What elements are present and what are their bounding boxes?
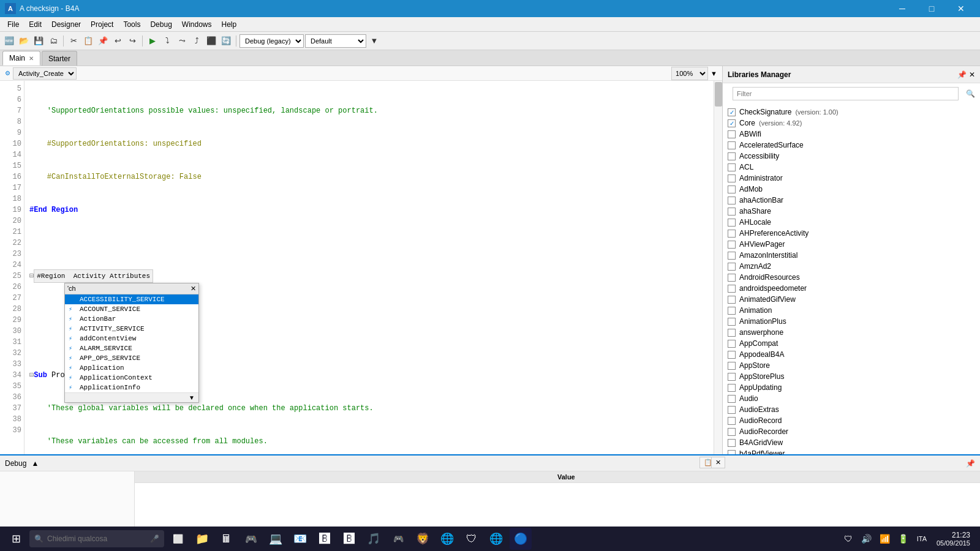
tray-volume[interactable]: 🔊 [858,530,875,547]
lib-checkbox-ahaactionbar[interactable] [728,197,736,204]
lib-item-audiorecord[interactable]: AudioRecord [723,415,980,426]
taskbar-app4[interactable]: 🅱 [314,528,336,550]
menu-debug[interactable]: Debug [145,19,176,30]
lib-item-ahaactionbar[interactable]: ahaActionBar [723,195,980,206]
lib-checkbox-b4agridview[interactable] [728,439,736,447]
lib-item-audiorecorder[interactable]: AudioRecorder [723,426,980,437]
lib-checkbox-b4apdfviewer[interactable] [728,450,736,455]
tray-battery[interactable]: 🔋 [895,530,912,547]
sub-selector[interactable]: Activity_Create [13,67,77,80]
lib-checkbox-core[interactable]: ✓ [728,119,736,127]
taskbar-search-input[interactable] [47,530,150,547]
start-button[interactable]: ⊞ [5,528,27,550]
ac-item-alarm[interactable]: ⚡ ALARM_SERVICE [65,343,198,353]
lib-item-audioextras[interactable]: AudioExtras [723,404,980,415]
ac-item-app-context[interactable]: ⚡ ApplicationContext [65,373,198,383]
debug-pin[interactable]: 📌 [966,459,975,468]
lib-checkbox-appcompat[interactable] [728,340,736,348]
ac-item-application[interactable]: ⚡ Application [65,363,198,373]
lib-checkbox-ahlocale[interactable] [728,219,736,227]
lib-item-appstore[interactable]: AppStore [723,360,980,371]
taskbar-app8[interactable]: 🦁 [412,528,434,550]
taskbar-app5[interactable]: 🅱 [338,528,360,550]
menu-file[interactable]: File [2,19,24,30]
lib-item-administrator[interactable]: Administrator [723,173,980,184]
taskbar-app3[interactable]: 📧 [289,528,311,550]
ac-item-activity-service[interactable]: ⚡ ACTIVITY_SERVICE [65,324,198,334]
lib-checkbox-audiorecorder[interactable] [728,428,736,436]
zoom-down[interactable]: ▼ [710,70,717,77]
minimize-button[interactable]: ─ [888,0,916,17]
lib-checkbox-acl[interactable] [728,163,736,171]
lib-checkbox-appodealb4a[interactable] [728,351,736,359]
lib-item-ahashare[interactable]: ahaShare [723,206,980,217]
lib-item-answerphone[interactable]: answerphone [723,327,980,338]
lib-checkbox-androidspeedometer[interactable] [728,285,736,293]
lib-item-animationplus[interactable]: AnimationPlus [723,316,980,327]
lib-item-abwifi[interactable]: ABWifi [723,129,980,140]
lib-item-ahlocale[interactable]: AHLocale [723,217,980,228]
ac-item-accessibility[interactable]: ⚡ ACCESSIBILITY_SERVICE [65,294,198,304]
tray-antivirus[interactable]: 🛡 [840,530,857,547]
lib-checkbox-appstore[interactable] [728,362,736,370]
taskbar-app12[interactable]: 🔵 [510,528,532,550]
lib-checkbox-appupdating[interactable] [728,384,736,392]
tb-redo[interactable]: ↪ [126,34,139,48]
taskbar-task-view[interactable]: ⬜ [167,528,189,550]
tb-new[interactable]: 🆕 [2,34,16,48]
lib-checkbox-animatedgifview[interactable] [728,296,736,304]
lib-checkbox-checksignature[interactable]: ✓ [728,108,736,116]
zoom-select[interactable]: 100% [671,67,708,80]
lib-item-admob[interactable]: AdMob [723,184,980,195]
tb-copy[interactable]: 📋 [81,34,95,48]
lib-filter-input[interactable] [733,87,959,100]
taskbar-app1[interactable]: 🎮 [240,528,262,550]
lib-list[interactable]: ✓ CheckSignature (version: 1.00) ✓ Core … [723,105,980,454]
lib-item-animation[interactable]: Animation [723,305,980,316]
lib-item-amazoninterstitial[interactable]: AmazonInterstitial [723,250,980,261]
tb-open[interactable]: 📂 [17,34,31,48]
autocomplete-dropdown[interactable]: 'ch ✕ ⚡ ACCESSIBILITY_SERVICE ⚡ ACCOUNT_… [64,283,199,403]
tb-save[interactable]: 💾 [32,34,45,48]
editor-scrollbar[interactable] [714,81,722,454]
tb-restart[interactable]: 🔄 [219,34,233,48]
lib-checkbox-audiorecord[interactable] [728,417,736,425]
taskbar-app9[interactable]: 🌐 [436,528,458,550]
lib-item-appcompat[interactable]: AppCompat [723,338,980,349]
menu-project[interactable]: Project [86,19,118,30]
lib-checkbox-amznad2[interactable] [728,263,736,271]
lib-close[interactable]: ✕ [969,70,975,79]
tb-paste[interactable]: 📌 [96,34,110,48]
lib-item-appstoreplus[interactable]: AppStorePlus [723,371,980,382]
lib-item-accessibility[interactable]: Accessibility [723,151,980,162]
lib-checkbox-androidresources[interactable] [728,274,736,282]
tb-step-into[interactable]: ⤵ [160,34,174,48]
lib-item-appupdating[interactable]: AppUpdating [723,382,980,393]
lib-item-androidresources[interactable]: AndroidResources [723,272,980,283]
debug-mode-select[interactable]: Debug (legacy) [239,34,304,48]
lib-checkbox-audioextras[interactable] [728,406,736,414]
menu-help[interactable]: Help [217,19,242,30]
lib-checkbox-animationplus[interactable] [728,318,736,326]
lib-item-core[interactable]: ✓ Core (version: 4.92) [723,118,980,129]
lib-item-androidspeedometer[interactable]: androidspeedometer [723,283,980,294]
tb-step-out[interactable]: ⤴ [190,34,203,48]
ac-item-account[interactable]: ⚡ ACCOUNT_SERVICE [65,304,198,314]
lib-search-icon[interactable]: 🔍 [966,89,975,98]
tab-starter[interactable]: Starter [42,51,77,66]
ac-item-actionbar[interactable]: ⚡ ActionBar [65,314,198,324]
ac-scroll-down[interactable]: ▼ [185,393,198,402]
taskbar-app6[interactable]: 🎵 [363,528,385,550]
taskbar-clock[interactable]: 21:23 05/09/2015 [932,531,975,547]
autocomplete-close[interactable]: ✕ [190,285,196,293]
ac-item-app-info[interactable]: ⚡ ApplicationInfo [65,383,198,392]
lib-item-ahviewpager[interactable]: AHViewPager [723,239,980,250]
lib-pin[interactable]: 📌 [957,70,967,79]
tb-step-over[interactable]: ⤳ [175,34,189,48]
lib-checkbox-acceleratedsurface[interactable] [728,141,736,149]
menu-windows[interactable]: Windows [177,19,217,30]
ac-item-add-content-view[interactable]: ⚡ addContentView [65,334,198,343]
lib-checkbox-appstoreplus[interactable] [728,373,736,381]
lib-item-appodealb4a[interactable]: AppodealB4A [723,349,980,360]
tb-undo[interactable]: ↩ [111,34,124,48]
